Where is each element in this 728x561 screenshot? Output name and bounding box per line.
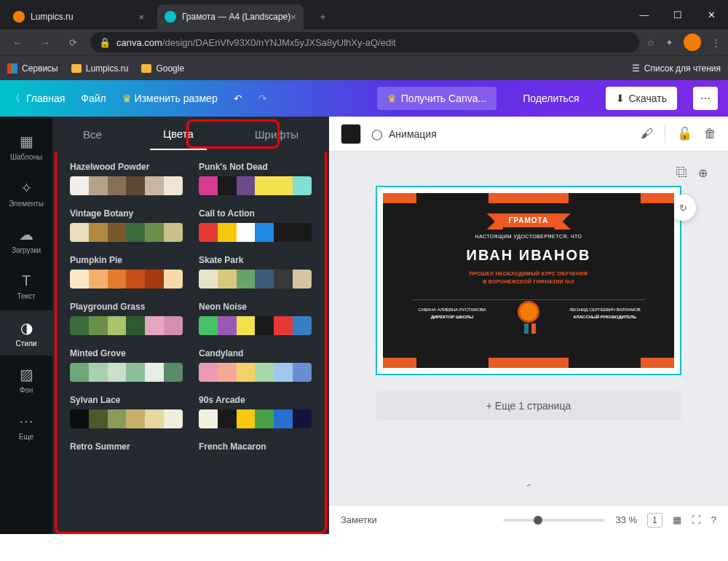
workspace: ▦Шаблоны✧Элементы☁ЗагрузкиTТекст◑Стили▨Ф… xyxy=(0,117,728,534)
palette-name: Minted Grove xyxy=(70,348,183,358)
rail-label: Еще xyxy=(19,433,33,441)
extensions-icon[interactable]: ✦ xyxy=(665,37,673,48)
fill-color-chip[interactable] xyxy=(341,124,361,144)
rail-label: Фон xyxy=(20,386,33,394)
paint-roller-icon[interactable]: 🖌 xyxy=(641,127,653,141)
palette-item[interactable]: Call to Action xyxy=(199,208,312,242)
palette-name: Vintage Botany xyxy=(70,208,183,219)
palette-item[interactable]: Punk's Not Dead xyxy=(199,162,312,195)
palette-name: Neon Noise xyxy=(199,302,312,312)
palette-item[interactable]: Minted Grove xyxy=(70,348,183,382)
styles-icon: ◑ xyxy=(20,319,33,337)
chevron-left-icon: 〈 xyxy=(10,92,20,105)
resize-menu[interactable]: ♛ Изменить размер xyxy=(122,93,218,104)
bookmarks-bar: Сервисы Lumpics.ru Google ☰Список для чт… xyxy=(0,55,728,80)
notes-button[interactable]: Заметки xyxy=(341,514,377,525)
lock-icon[interactable]: 🔓 xyxy=(677,126,692,141)
close-icon[interactable]: × xyxy=(290,12,296,23)
palette-item[interactable]: 90s Arcade xyxy=(199,395,312,428)
palette-item[interactable]: Vintage Botany xyxy=(70,208,183,242)
palette-name: French Macaron xyxy=(199,442,312,452)
url-path: /design/DAEnVfv93X0/nYNJMx5yJXSa8yUlhXy-… xyxy=(162,37,396,48)
design-page[interactable]: ↻ ГРАМОТА НАСТОЯЩИМ УДОСТОВЕРЯЕТСЯ, ЧТО … xyxy=(376,186,681,375)
menu-icon[interactable]: ⋮ xyxy=(711,37,721,48)
tab-fonts[interactable]: Шрифты xyxy=(242,119,312,149)
forward-button[interactable]: → xyxy=(35,37,55,48)
palette-name: Sylvan Lace xyxy=(70,395,183,405)
rail-templates[interactable]: ▦Шаблоны xyxy=(0,124,52,169)
close-icon[interactable]: × xyxy=(138,12,144,23)
cert-title: ГРАМОТА xyxy=(499,213,559,227)
more-button[interactable]: ⋯ xyxy=(693,87,718,110)
help-icon[interactable]: ? xyxy=(711,514,716,525)
redo-button[interactable]: ↷ xyxy=(258,93,267,104)
file-menu[interactable]: Файл xyxy=(81,93,106,104)
maximize-icon[interactable]: ☐ xyxy=(661,0,695,29)
palette-name: Playground Grass xyxy=(70,302,183,312)
palette-name: Retro Summer xyxy=(70,442,183,452)
page-indicator[interactable]: 1 xyxy=(647,513,662,527)
separator xyxy=(665,125,665,143)
palette-item[interactable]: Sylvan Lace xyxy=(70,395,183,428)
canvas-viewport[interactable]: ⿻ ⊕ ↻ ГРАМОТА НАСТОЯЩИМ УДОСТОВЕРЯЕТСЯ, … xyxy=(329,152,728,505)
folder-icon xyxy=(71,64,82,73)
tab-colors[interactable]: Цвета xyxy=(150,119,207,150)
uploads-icon: ☁ xyxy=(19,226,33,243)
tab-all[interactable]: Все xyxy=(70,119,115,149)
undo-button[interactable]: ↶ xyxy=(234,93,242,104)
palette-swatches xyxy=(70,409,183,428)
get-pro-button[interactable]: ♛Получить Canva... xyxy=(377,87,497,110)
palette-item[interactable]: Retro Summer xyxy=(70,442,183,456)
grid-view-icon[interactable]: ▦ xyxy=(673,514,681,525)
rail-label: Элементы xyxy=(9,200,44,208)
palette-item[interactable]: Hazelwood Powder xyxy=(70,162,183,195)
palette-item[interactable]: Neon Noise xyxy=(199,302,312,335)
browser-tab[interactable]: Lumpics.ru × xyxy=(6,4,151,29)
reload-button[interactable]: ⟳ xyxy=(63,37,83,48)
palette-list[interactable]: Hazelwood PowderPunk's Not DeadVintage B… xyxy=(55,152,327,534)
palette-item[interactable]: Skate Park xyxy=(199,255,312,289)
rail-styles[interactable]: ◑Стили xyxy=(0,310,52,356)
trash-icon[interactable]: 🗑 xyxy=(704,127,716,141)
bookmark-item[interactable]: Google xyxy=(141,63,184,74)
add-page-button[interactable]: + Еще 1 страница xyxy=(376,391,681,420)
download-button[interactable]: ⬇Скачать xyxy=(606,87,678,110)
palette-item[interactable]: French Macaron xyxy=(199,442,312,456)
bookmark-item[interactable]: Сервисы xyxy=(7,63,58,74)
page-tools: ⿻ ⊕ xyxy=(336,166,721,186)
palette-item[interactable]: Pumpkin Pie xyxy=(70,255,183,289)
animation-button[interactable]: ◯Анимация xyxy=(371,128,437,140)
certificate-bg: ГРАМОТА НАСТОЯЩИМ УДОСТОВЕРЯЕТСЯ, ЧТО ИВ… xyxy=(383,193,674,368)
new-tab-button[interactable]: ＋ xyxy=(309,4,336,29)
palette-item[interactable]: Playground Grass xyxy=(70,302,183,335)
collapse-icon[interactable]: ⌃ xyxy=(336,478,721,498)
medal-icon xyxy=(518,301,539,323)
palette-swatches xyxy=(70,316,183,335)
share-button[interactable]: Поделиться xyxy=(513,87,589,110)
canva-top-menu: 〈Главная Файл ♛ Изменить размер ↶ ↷ ♛Пол… xyxy=(0,80,728,117)
browser-tab-active[interactable]: Грамота — A4 (Landscape) × xyxy=(157,4,304,29)
back-button[interactable]: ← xyxy=(7,37,28,48)
zoom-slider[interactable] xyxy=(503,519,605,522)
fullscreen-icon[interactable]: ⛶ xyxy=(692,514,701,525)
url-input[interactable]: 🔒 canva.com/design/DAEnVfv93X0/nYNJMx5yJ… xyxy=(90,32,639,52)
rail-uploads[interactable]: ☁Загрузки xyxy=(0,217,52,262)
templates-icon: ▦ xyxy=(20,133,33,150)
rail-elements[interactable]: ✧Элементы xyxy=(0,170,52,216)
palette-item[interactable]: Candyland xyxy=(199,348,312,382)
bookmark-item[interactable]: Lumpics.ru xyxy=(71,63,129,74)
minimize-icon[interactable]: — xyxy=(628,0,661,29)
add-page-icon[interactable]: ⊕ xyxy=(698,166,708,180)
zoom-value[interactable]: 33 % xyxy=(615,514,637,525)
rail-bg[interactable]: ▨Фон xyxy=(0,357,52,402)
profile-avatar[interactable] xyxy=(684,34,701,51)
cert-lines: ПРОШЕЛ НЕОБХОДИМЫЙ КУРС ОБУЧЕНИЯВ ВОРОНЕ… xyxy=(383,270,674,286)
close-window-icon[interactable]: ✕ xyxy=(695,0,728,29)
palette-name: Hazelwood Powder xyxy=(70,162,183,172)
rail-more[interactable]: ⋯Еще xyxy=(0,404,52,449)
star-icon[interactable]: ☆ xyxy=(646,37,655,48)
rail-text[interactable]: TТекст xyxy=(0,264,52,309)
duplicate-page-icon[interactable]: ⿻ xyxy=(676,166,688,180)
home-button[interactable]: 〈Главная xyxy=(10,92,65,105)
reading-list[interactable]: ☰Список для чтения xyxy=(632,63,721,74)
